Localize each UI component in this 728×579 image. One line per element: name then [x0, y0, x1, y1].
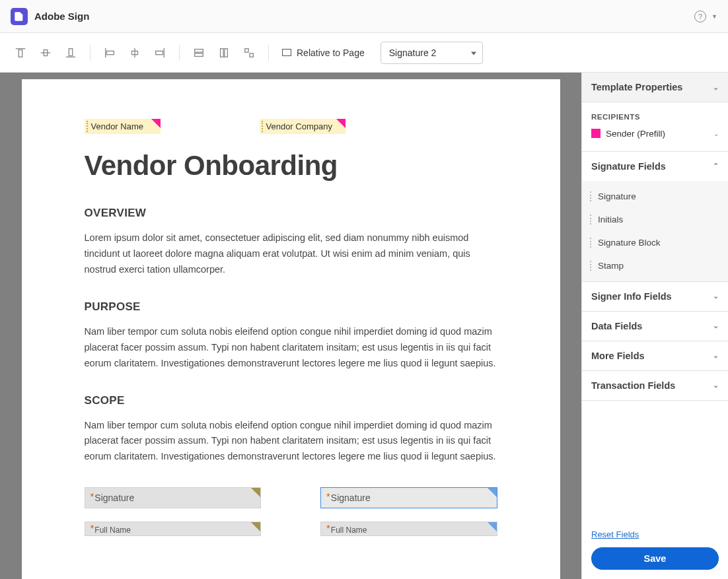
match-height-button[interactable]: [214, 43, 234, 63]
app-icon: [11, 8, 28, 25]
top-bar-left: Adobe Sign: [11, 8, 89, 25]
document-page: Vendor Name Vendor Company Vendor Onboar…: [22, 79, 560, 579]
corner-icon: [251, 522, 260, 531]
align-right-button[interactable]: [150, 43, 170, 63]
name-row: *Full Name *Full Name: [85, 522, 497, 536]
corner-icon: [336, 119, 346, 128]
align-left-button[interactable]: [100, 43, 120, 63]
svg-rect-5: [69, 48, 72, 55]
tag-label: Vendor Company: [266, 121, 332, 131]
svg-rect-16: [245, 48, 248, 51]
recipient-name: Sender (Prefill): [606, 127, 708, 141]
relative-to-page-toggle[interactable]: Relative to Page: [282, 48, 365, 58]
field-select-wrap: Signature 2: [381, 42, 483, 64]
recipient-row[interactable]: Sender (Prefill) ⌄: [591, 127, 719, 141]
fullname-field-1[interactable]: *Full Name: [85, 522, 262, 536]
chevron-down-icon: ⌄: [713, 381, 719, 390]
field-type-signature-block[interactable]: Signature Block: [582, 231, 728, 254]
separator: [268, 45, 269, 61]
header-label: Template Properties: [591, 82, 682, 92]
chevron-down-icon: ⌄: [713, 322, 719, 330]
chevron-down-icon: ⌄: [713, 83, 719, 92]
save-button[interactable]: Save: [591, 547, 719, 570]
document-title: Vendor Onboarding: [85, 150, 497, 182]
name-label: Full Name: [94, 526, 131, 535]
svg-rect-1: [18, 50, 22, 57]
required-icon: *: [91, 522, 94, 533]
purpose-heading: PURPOSE: [85, 300, 497, 314]
alignment-toolbar: Relative to Page Signature 2: [0, 33, 728, 73]
align-top-button[interactable]: [11, 43, 30, 63]
recipient-color-icon: [591, 129, 601, 138]
svg-rect-13: [195, 53, 203, 56]
chevron-down-icon: ⌄: [713, 292, 719, 300]
header-label: Signature Fields: [591, 161, 666, 172]
document-canvas[interactable]: Vendor Name Vendor Company Vendor Onboar…: [0, 73, 581, 579]
signature-row: *Signature *Signature: [85, 487, 497, 508]
signer-info-header[interactable]: Signer Info Fields ⌄: [582, 282, 728, 311]
scope-heading: SCOPE: [85, 394, 497, 407]
align-hcenter-button[interactable]: [125, 43, 145, 63]
corner-icon: [151, 119, 161, 128]
transaction-fields-section: Transaction Fields ⌄: [582, 371, 728, 401]
template-properties-header[interactable]: Template Properties ⌄: [582, 73, 728, 102]
properties-panel: Template Properties ⌄ RECIPIENTS Sender …: [581, 73, 728, 579]
tag-row: Vendor Name Vendor Company: [85, 119, 497, 150]
reset-fields-link[interactable]: Reset Fields: [591, 529, 639, 539]
required-icon: *: [91, 491, 94, 502]
overview-heading: OVERVIEW: [85, 207, 497, 220]
fullname-field-2[interactable]: *Full Name: [320, 522, 497, 536]
purpose-body: Nam liber tempor cum soluta nobis eleife…: [85, 324, 497, 372]
name-label: Full Name: [331, 526, 367, 535]
data-fields-section: Data Fields ⌄: [582, 312, 728, 341]
data-fields-header[interactable]: Data Fields ⌄: [582, 312, 728, 341]
chevron-up-icon: ⌃: [713, 162, 719, 170]
corner-icon: [488, 488, 497, 497]
required-icon: *: [326, 491, 330, 502]
header-label: Signer Info Fields: [591, 291, 672, 302]
svg-rect-15: [225, 48, 228, 57]
chevron-down-icon: ⌄: [713, 351, 719, 360]
transaction-fields-header[interactable]: Transaction Fields ⌄: [582, 371, 728, 400]
signature-field-1[interactable]: *Signature: [85, 487, 262, 508]
scope-body: Nam liber tempor cum soluta nobis eleife…: [85, 418, 497, 465]
header-label: More Fields: [591, 351, 645, 361]
align-vcenter-button[interactable]: [36, 43, 55, 63]
separator: [179, 45, 180, 61]
help-icon[interactable]: ?: [694, 11, 706, 22]
svg-rect-17: [250, 53, 253, 56]
vendor-name-field[interactable]: Vendor Name: [85, 119, 161, 134]
relative-label-text: Relative to Page: [297, 48, 365, 58]
field-type-initials[interactable]: Initials: [582, 208, 728, 231]
recipients-label: RECIPIENTS: [591, 113, 719, 121]
match-size-button[interactable]: [239, 43, 259, 63]
more-fields-section: More Fields ⌄: [582, 341, 728, 371]
svg-rect-11: [156, 51, 163, 54]
separator: [90, 45, 91, 61]
header-label: Data Fields: [591, 321, 642, 331]
main-area: Vendor Name Vendor Company Vendor Onboar…: [0, 73, 728, 579]
signature-fields-header[interactable]: Signature Fields ⌃: [582, 152, 728, 181]
recipients-section: RECIPIENTS Sender (Prefill) ⌄: [582, 102, 728, 152]
field-type-stamp[interactable]: Stamp: [582, 254, 728, 277]
required-icon: *: [326, 522, 330, 533]
align-bottom-button[interactable]: [61, 43, 81, 63]
top-bar: Adobe Sign ? ▼: [0, 0, 728, 33]
more-fields-header[interactable]: More Fields ⌄: [582, 341, 728, 370]
vendor-company-field[interactable]: Vendor Company: [260, 119, 346, 134]
svg-rect-12: [195, 49, 203, 52]
header-label: Transaction Fields: [591, 380, 675, 391]
corner-icon: [251, 488, 260, 497]
template-properties-section: Template Properties ⌄: [582, 73, 728, 102]
top-bar-right: ? ▼: [694, 11, 717, 22]
match-width-button[interactable]: [189, 43, 209, 63]
overview-body: Lorem ipsum dolor sit amet, consectetuer…: [85, 230, 497, 278]
panel-footer: Reset Fields Save: [582, 519, 728, 579]
sig-label: Signature: [331, 493, 371, 503]
field-type-signature[interactable]: Signature: [582, 185, 728, 208]
signature-field-2[interactable]: *Signature: [320, 487, 497, 508]
help-dropdown-icon[interactable]: ▼: [711, 13, 717, 20]
field-selector[interactable]: Signature 2: [381, 42, 483, 64]
sig-label: Signature: [94, 493, 134, 503]
signer-info-section: Signer Info Fields ⌄: [582, 282, 728, 312]
